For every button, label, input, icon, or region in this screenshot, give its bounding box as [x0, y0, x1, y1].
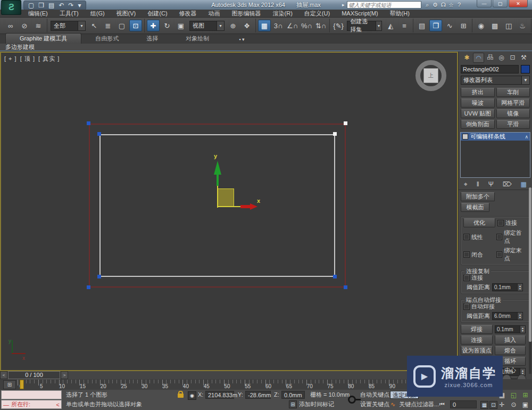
rollout-scrollbar[interactable]: [529, 187, 531, 374]
maxscript-mini-listener[interactable]: [1, 390, 62, 399]
configure-modifier-sets-icon[interactable]: ▦: [521, 181, 527, 188]
minimize-button[interactable]: —: [477, 0, 492, 7]
y-coord-field[interactable]: -28.6mm: [245, 391, 271, 399]
vertex-handle-selected[interactable]: [344, 121, 347, 125]
quick-access-caret-icon[interactable]: ▾: [78, 2, 81, 9]
select-and-rotate-icon[interactable]: ↻: [161, 20, 173, 31]
bind-to-space-warp-icon[interactable]: ≋: [32, 20, 45, 31]
checkbox-icon[interactable]: [463, 275, 470, 281]
save-file-icon[interactable]: ▤: [48, 2, 54, 9]
linear-checkbox[interactable]: 线性: [463, 233, 494, 241]
tab-display[interactable]: ⊡: [508, 53, 518, 62]
search-communities-icon[interactable]: ⌕: [423, 2, 431, 9]
menu-item-6[interactable]: 修改器: [173, 10, 203, 18]
viewport-label[interactable]: [ + ] [ 顶 ] [ 真实 ]: [4, 55, 61, 63]
menu-item-2[interactable]: 工具(T): [54, 10, 85, 18]
select-and-link-icon[interactable]: ∞: [4, 20, 17, 31]
z-coord-field[interactable]: 0.0mm: [281, 391, 305, 399]
refine-button[interactable]: 优化: [463, 218, 495, 227]
zoom-extents-selected-icon[interactable]: ◱: [509, 391, 519, 399]
snaps-toggle-icon[interactable]: 3∩: [272, 20, 285, 31]
schematic-view-icon[interactable]: ⊞: [457, 20, 470, 31]
window-crossing-toggle-icon[interactable]: ⊡: [129, 20, 142, 31]
viewport-menu-shading[interactable]: [ 真实 ]: [38, 55, 60, 62]
spinner-arrows-icon[interactable]: ▲▼: [520, 326, 525, 333]
modifier-button-8[interactable]: 平滑: [496, 120, 530, 129]
graphite-toggle-icon[interactable]: ❐: [429, 20, 442, 31]
chevron-down-icon[interactable]: ▾: [376, 21, 381, 30]
connect-button[interactable]: 连接: [461, 335, 493, 345]
viewcube-top-face[interactable]: 上: [423, 68, 438, 83]
viewcube[interactable]: 上: [415, 60, 446, 91]
gizmo-y-arrow-icon[interactable]: [214, 161, 221, 175]
vertex-handle[interactable]: [344, 285, 347, 289]
vertex-handle[interactable]: [97, 275, 101, 278]
rendered-frame-window-icon[interactable]: ◫: [502, 20, 515, 31]
vertex-handle[interactable]: [97, 132, 101, 136]
time-config-icon[interactable]: ⊡: [489, 401, 497, 409]
current-frame-field[interactable]: 0: [450, 400, 477, 408]
add-time-tag-button[interactable]: 添加时间标记: [299, 400, 334, 409]
maximize-viewport-icon[interactable]: ▣: [520, 400, 530, 409]
new-file-icon[interactable]: ▢: [28, 2, 34, 9]
time-slider-handle[interactable]: 0 / 100: [8, 371, 60, 379]
menu-item-8[interactable]: 图形编辑器: [226, 10, 267, 18]
pan-hand-icon[interactable]: ✛: [497, 400, 507, 409]
viewport-top[interactable]: [ + ] [ 顶 ] [ 真实 ] 上 y x y x: [0, 52, 458, 371]
ribbon-collapse-icon[interactable]: ▪ ▾: [239, 37, 244, 44]
time-slider[interactable]: < 0 / 100 >: [0, 371, 458, 380]
modifier-button-2[interactable]: 车削: [496, 88, 530, 97]
make-unique-icon[interactable]: Ψ: [488, 181, 494, 188]
set-key-button[interactable]: 设置关键点: [360, 400, 389, 409]
mirror-icon[interactable]: ◭: [384, 20, 397, 31]
auto-key-button[interactable]: 自动关键点: [360, 390, 389, 399]
threshold-distance-spinner[interactable]: 0.1mm▲▼: [492, 283, 523, 291]
zoom-extents-all-icon[interactable]: ⊞: [520, 391, 530, 399]
modifier-button-1[interactable]: 挤出: [461, 88, 495, 97]
vertex-handle[interactable]: [333, 275, 337, 278]
search-expand-icon[interactable]: ▸: [342, 2, 345, 7]
vertex-handle[interactable]: [87, 121, 90, 125]
orbit-icon[interactable]: ⊙: [509, 400, 519, 409]
ribbon-subtab-polygon-modeling[interactable]: 多边形建模: [5, 43, 35, 51]
material-editor-icon[interactable]: ◉: [475, 20, 487, 31]
spinner-arrows-icon[interactable]: ▲▼: [517, 313, 522, 319]
checkbox-icon[interactable]: [463, 304, 470, 310]
percent-snap-icon[interactable]: %∩: [300, 20, 313, 31]
render-production-icon[interactable]: ♨: [516, 20, 529, 31]
menu-item-7[interactable]: 动画: [203, 10, 226, 18]
close-button[interactable]: ✕: [509, 0, 528, 7]
isolate-selection-icon[interactable]: ⊞: [289, 400, 297, 408]
weld-button[interactable]: 焊接: [461, 325, 493, 334]
fuse-button[interactable]: 熔合: [495, 346, 526, 355]
selection-lock-icon[interactable]: [178, 393, 184, 398]
ribbon-tab-3[interactable]: 选择: [132, 34, 172, 44]
next-frame-button[interactable]: >: [61, 371, 68, 379]
gizmo-x-arrow-icon[interactable]: [250, 203, 257, 210]
select-and-scale-icon[interactable]: ▣: [174, 20, 187, 31]
checkbox-icon[interactable]: [463, 234, 470, 240]
menu-item-1[interactable]: 编辑(E): [22, 10, 54, 18]
ribbon-tab-2[interactable]: 自由形式: [81, 34, 132, 44]
maxscript-listener-line[interactable]: — 所在行: <: [1, 400, 62, 409]
remove-modifier-icon[interactable]: ⌦: [503, 181, 512, 188]
menu-item-9[interactable]: 渲染(R): [267, 10, 298, 18]
menu-item-5[interactable]: 创建(C): [142, 10, 173, 18]
viewport-menu-general[interactable]: [ + ]: [4, 55, 17, 62]
communication-center-icon[interactable]: ☊: [439, 2, 447, 9]
closed-checkbox[interactable]: 闭合: [463, 251, 494, 259]
keyboard-override-toggle-icon[interactable]: ▦: [258, 20, 271, 31]
tab-hierarchy[interactable]: 品: [485, 53, 495, 62]
checkbox-icon[interactable]: [496, 234, 503, 240]
ribbon-tab-1[interactable]: Graphite 建模工具: [5, 33, 81, 44]
spinner-arrows-icon[interactable]: ▲▼: [517, 284, 522, 291]
bind-first-checkbox[interactable]: 绑定首点: [496, 229, 528, 245]
object-color-swatch[interactable]: [521, 65, 530, 73]
make-first-button[interactable]: 设为首顶点: [461, 346, 493, 355]
key-step-icon[interactable]: ▦: [480, 401, 488, 409]
modifier-button-4[interactable]: 网格平滑: [496, 99, 530, 108]
rectangular-selection-region-icon[interactable]: ▢: [115, 20, 128, 31]
select-by-name-icon[interactable]: ≣: [102, 20, 114, 31]
gizmo-xy-plane-handle[interactable]: [218, 188, 234, 207]
menu-item-3[interactable]: 组(G): [85, 10, 111, 18]
